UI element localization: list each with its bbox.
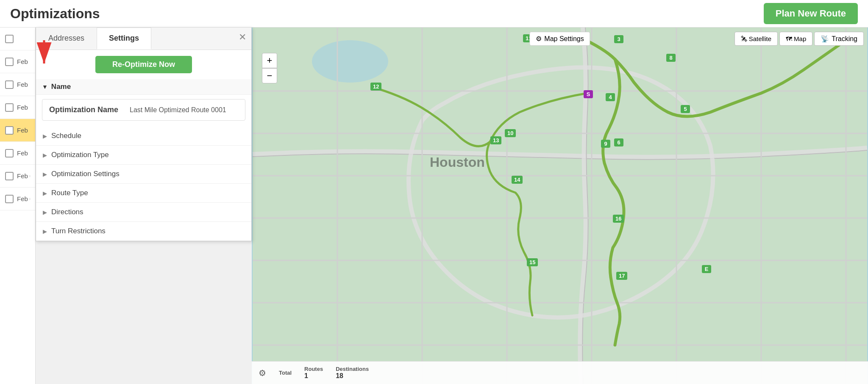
row-date: Feb 1 <box>17 58 30 65</box>
stop-badge-12[interactable]: 12 <box>370 83 381 91</box>
name-section-header: ▼ Name <box>36 79 251 95</box>
zoom-out-button[interactable]: − <box>262 68 277 83</box>
stop-badge-9[interactable]: 9 <box>601 140 610 148</box>
optimizations-list: Feb 1 Feb 1 Feb 1 Feb 1 Feb 1 Feb 0 Feb … <box>0 28 36 384</box>
tracking-label: Tracking <box>832 35 857 43</box>
turn-restrictions-section[interactable]: ▶ Turn Restrictions <box>36 222 251 241</box>
satellite-label: Satellite <box>749 35 771 42</box>
map-view-label: Map <box>794 35 806 42</box>
optimization-type-section[interactable]: ▶ Optimization Type <box>36 146 251 165</box>
row-date: Feb 1 <box>17 127 30 134</box>
routes-stat: Routes 1 <box>304 366 323 380</box>
row-checkbox[interactable] <box>5 195 14 203</box>
tab-settings[interactable]: Settings <box>97 28 151 50</box>
route-type-section[interactable]: ▶ Route Type <box>36 184 251 203</box>
stop-badge-10[interactable]: 10 <box>505 129 516 137</box>
chevron-right-icon: ▶ <box>43 133 47 139</box>
map-settings-label: Map Settings <box>544 35 584 43</box>
optimization-settings-label: Optimization Settings <box>51 170 120 178</box>
zoom-in-button[interactable]: + <box>262 53 277 68</box>
list-item[interactable]: Feb 1 <box>0 50 35 73</box>
stop-badge-5[interactable]: 5 <box>681 105 690 113</box>
list-item[interactable]: Feb 1 <box>0 96 35 119</box>
list-item[interactable]: Feb 0 <box>0 165 35 188</box>
map-icon: 🗺 <box>786 35 792 42</box>
stop-badge-15[interactable]: 15 <box>527 258 538 266</box>
stop-badge-6[interactable]: 6 <box>614 138 623 146</box>
list-item[interactable]: Feb 1 <box>0 142 35 165</box>
row-checkbox[interactable] <box>5 35 14 43</box>
row-date: Feb 0 <box>17 172 30 180</box>
optimization-name-value: Last Mile Optimized Route 0001 <box>130 106 226 114</box>
optimization-name-box: Optimization Name Last Mile Optimized Ro… <box>42 99 245 121</box>
chevron-right-icon: ▶ <box>43 209 47 215</box>
routes-value: 1 <box>304 372 323 380</box>
map-view-toggles: 🛰 Satellite 🗺 Map 📡 Tracking <box>734 32 864 46</box>
tracking-icon: 📡 <box>821 35 829 43</box>
list-item[interactable]: Feb 0 <box>0 188 35 210</box>
stop-badge-e[interactable]: E <box>702 265 711 273</box>
chevron-right-icon: ▶ <box>43 228 47 235</box>
name-section-label: Name <box>51 83 71 91</box>
tracking-button[interactable]: 📡 Tracking <box>814 32 864 46</box>
optimization-name-label: Optimization Name <box>49 105 125 114</box>
destinations-stat: Destinations 18 <box>336 366 369 380</box>
stop-badge-16[interactable]: 16 <box>613 215 624 223</box>
schedule-label: Schedule <box>51 132 81 140</box>
settings-panel: Addresses Settings ✕ Re-Optimize Now ▼ N… <box>36 28 252 241</box>
list-item[interactable] <box>0 28 35 50</box>
chevron-right-icon: ▶ <box>43 171 47 177</box>
header: Optimizations Plan New Route <box>0 0 868 28</box>
schedule-section[interactable]: ▶ Schedule <box>36 127 251 146</box>
svg-point-3 <box>312 40 388 83</box>
zoom-controls: + − <box>262 53 277 83</box>
row-checkbox[interactable] <box>5 80 14 89</box>
bottom-settings-icon[interactable]: ⚙ <box>259 368 266 378</box>
total-label: Total <box>279 370 292 376</box>
row-checkbox[interactable] <box>5 126 14 135</box>
map-area[interactable]: Houston ⚙ Map Settings + − 🛰 Satellite 🗺… <box>252 28 868 384</box>
route-type-label: Route Type <box>51 189 88 197</box>
directions-label: Directions <box>51 208 83 216</box>
row-date: Feb 0 <box>17 195 30 202</box>
red-arrow-indicator <box>36 36 65 70</box>
row-checkbox[interactable] <box>5 172 14 180</box>
directions-section[interactable]: ▶ Directions <box>36 203 251 222</box>
total-stat: Total <box>279 370 292 376</box>
row-checkbox[interactable] <box>5 149 14 157</box>
stop-badge-3[interactable]: 3 <box>614 35 623 43</box>
stop-badge-14[interactable]: 14 <box>512 176 523 184</box>
gear-icon: ⚙ <box>536 35 542 43</box>
destinations-label: Destinations <box>336 366 369 372</box>
stop-badge-s[interactable]: S <box>584 90 593 98</box>
row-date: Feb 1 <box>17 104 30 111</box>
stop-badge-13[interactable]: 13 <box>490 136 501 144</box>
row-checkbox[interactable] <box>5 103 14 112</box>
map-bottom-bar: ⚙ Total Routes 1 Destinations 18 <box>252 361 868 384</box>
destinations-value: 18 <box>336 372 369 380</box>
close-button[interactable]: ✕ <box>239 32 246 43</box>
stop-badge-8[interactable]: 8 <box>666 54 676 62</box>
optimization-settings-section[interactable]: ▶ Optimization Settings <box>36 165 251 184</box>
chevron-right-icon: ▶ <box>43 152 47 158</box>
stop-badge-4[interactable]: 4 <box>606 93 615 101</box>
reoptimize-button[interactable]: Re-Optimize Now <box>95 56 192 73</box>
stop-badge-17[interactable]: 17 <box>616 272 627 280</box>
plan-new-route-button[interactable]: Plan New Route <box>764 3 858 24</box>
page-title: Optimizations <box>10 6 100 22</box>
turn-restrictions-label: Turn Restrictions <box>51 227 106 235</box>
list-item-highlighted[interactable]: Feb 1 <box>0 119 35 142</box>
optimization-type-label: Optimization Type <box>51 151 109 159</box>
section-collapse-arrow: ▼ <box>42 83 48 90</box>
row-checkbox[interactable] <box>5 58 14 66</box>
satellite-view-button[interactable]: 🛰 Satellite <box>734 32 778 46</box>
routes-label: Routes <box>304 366 323 372</box>
map-view-button[interactable]: 🗺 Map <box>779 32 812 46</box>
row-date: Feb 1 <box>17 149 30 157</box>
map-settings-button[interactable]: ⚙ Map Settings <box>529 32 590 46</box>
satellite-icon: 🛰 <box>741 35 747 42</box>
panel-tabs: Addresses Settings ✕ <box>36 28 251 50</box>
list-item[interactable]: Feb 1 <box>0 73 35 96</box>
chevron-right-icon: ▶ <box>43 190 47 196</box>
row-date: Feb 1 <box>17 81 30 88</box>
